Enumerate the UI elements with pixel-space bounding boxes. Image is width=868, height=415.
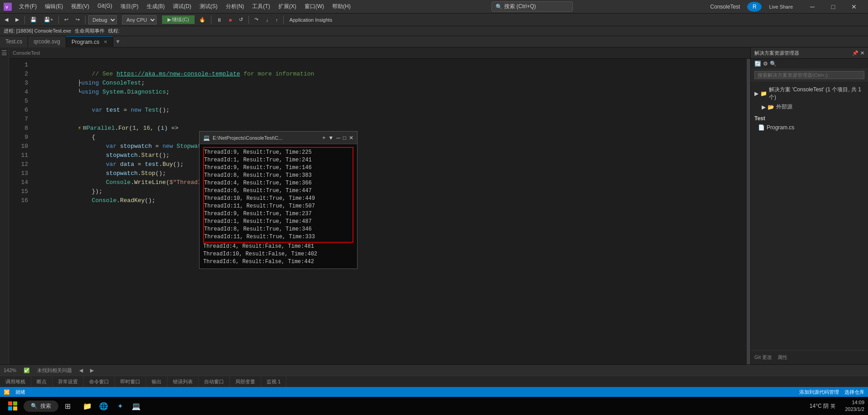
line-label: 线程:	[108, 28, 119, 34]
bottom-tabs-bar: 调用堆栈 断点 异常设置 命令窗口 即时窗口 输出 错误列表 自动窗口 局部变量…	[0, 376, 868, 387]
tab-exceptions[interactable]: 异常设置	[52, 376, 84, 387]
console-red-box: ThreadId:9, Result:True, Time:225 Thread…	[203, 147, 353, 243]
editor-body[interactable]: 1234 5678 9101112 13141516 // See https:…	[9, 59, 750, 364]
taskbar-app-3[interactable]: ✦	[113, 399, 127, 413]
toolbar-saveall-btn[interactable]: 💾+	[41, 16, 56, 24]
no-issues-text: 未找到相关问题	[37, 367, 72, 374]
editor-scrollbar[interactable]	[747, 59, 750, 364]
maximize-btn[interactable]: □	[823, 0, 844, 14]
toolbar-back-btn[interactable]: ◀	[2, 16, 11, 24]
taskbar-app-4[interactable]: 💻	[129, 399, 143, 413]
menu-test[interactable]: 测试(S)	[196, 2, 221, 11]
tray-lang[interactable]: 英	[830, 403, 835, 410]
console-dropdown-btn[interactable]: ▼	[328, 135, 334, 141]
tab-command[interactable]: 命令窗口	[84, 376, 115, 387]
start-button[interactable]	[4, 399, 22, 413]
taskbar-search[interactable]: 🔍 搜索	[24, 401, 58, 412]
git-changes-tab[interactable]: Git 更改	[754, 354, 772, 361]
solution-settings-icon[interactable]: ⚙	[763, 61, 768, 67]
taskbar-task-view[interactable]: ⊞	[60, 399, 75, 413]
solution-sync-icon[interactable]: 🔄	[754, 61, 761, 67]
tab-watch[interactable]: 监视 1	[261, 376, 286, 387]
scroll-right-btn[interactable]: ▶	[90, 368, 94, 373]
toolbar-redo-btn[interactable]: ↪	[73, 16, 82, 24]
toolbar-forward-btn[interactable]: ▶	[13, 16, 22, 24]
console-line-10: ThreadId:1, Result:True, Time:487	[204, 218, 353, 226]
tab-auto[interactable]: 自动窗口	[199, 376, 230, 387]
menu-extensions[interactable]: 扩展(X)	[275, 2, 300, 11]
menu-analyze[interactable]: 分析(N)	[222, 2, 248, 11]
hot-reload-btn[interactable]: 🔥	[196, 16, 208, 24]
clock-time: 14:09	[837, 399, 864, 406]
add-to-source-btn[interactable]: 添加到源代码管理	[799, 389, 839, 396]
search-box[interactable]: 🔍 搜索 (Ctrl+Q)	[491, 1, 573, 12]
user-avatar[interactable]: R	[747, 2, 762, 12]
console-minimize-btn[interactable]: ─	[336, 135, 340, 141]
menu-bar[interactable]: 文件(F) 编辑(E) 视图(V) Git(G) 项目(P) 生成(B) 调试(…	[15, 2, 354, 11]
start-btn[interactable]: ▶ 继续(C)	[162, 15, 194, 24]
tab-test-cs[interactable]: Test.cs	[0, 36, 28, 47]
taskbar-app-2[interactable]: 🌐	[96, 399, 111, 413]
console-close-btn[interactable]: ✕	[349, 135, 353, 141]
tab-errors[interactable]: 错误列表	[167, 376, 199, 387]
tab-program-cs[interactable]: Program.cs ✕	[66, 36, 113, 47]
step-out-btn[interactable]: ↑	[273, 16, 281, 24]
program-cs-item[interactable]: 📄 Program.cs	[754, 123, 864, 132]
editor-tab-bar: Test.cs qrcode.svg Program.cs ✕ ▼	[0, 36, 868, 47]
tab-close-program[interactable]: ✕	[104, 39, 107, 44]
solution-label: 解决方案 'ConsoleTest' (1 个项目, 共 1 个)	[769, 86, 864, 101]
solution-close-btn[interactable]: ✕	[860, 50, 864, 56]
step-into-btn[interactable]: ↓	[263, 16, 271, 24]
menu-project[interactable]: 项目(P)	[117, 2, 142, 11]
sep2	[58, 16, 59, 24]
console-line-2: ThreadId:1, Result:True, Time:241	[204, 156, 353, 164]
restart-btn[interactable]: ↺	[236, 16, 246, 24]
tab-output[interactable]: 输出	[146, 376, 167, 387]
console-maximize-btn[interactable]: □	[343, 135, 346, 141]
debug-mode-dropdown[interactable]: Debug	[88, 15, 117, 24]
minimize-btn[interactable]: ─	[802, 0, 823, 14]
tab-immediate[interactable]: 即时窗口	[115, 376, 146, 387]
code-text[interactable]: // See https://aka.ms/new-console-templa…	[32, 59, 747, 364]
tab-dropdown-btn[interactable]: ▼	[113, 38, 122, 45]
menu-view[interactable]: 视图(V)	[67, 2, 93, 11]
solution-icon: 📁	[760, 90, 767, 97]
tab-call-stack[interactable]: 调用堆栈	[0, 376, 31, 387]
menu-edit[interactable]: 编辑(E)	[41, 2, 67, 11]
close-btn[interactable]: ✕	[844, 0, 864, 14]
tab-locals[interactable]: 局部变量	[230, 376, 261, 387]
pause-btn[interactable]: ⏸	[214, 16, 224, 24]
solution-filter-icon[interactable]: 🔍	[770, 61, 777, 67]
scroll-left-btn[interactable]: ◀	[79, 368, 83, 373]
stop-btn[interactable]: ■	[226, 16, 235, 24]
taskbar-search-label: 搜索	[40, 402, 51, 410]
solution-root[interactable]: ▶ 📁 解决方案 'ConsoleTest' (1 个项目, 共 1 个)	[754, 85, 864, 102]
live-share-btn[interactable]: Live Share	[769, 4, 793, 9]
menu-git[interactable]: Git(G)	[94, 2, 116, 11]
toolbar-save-btn[interactable]: 💾	[28, 16, 39, 24]
tab-qrcode-svg[interactable]: qrcode.svg	[28, 36, 66, 47]
solution-search-input[interactable]	[754, 71, 864, 79]
external-sources-item[interactable]: ▶ 📂 外部源	[754, 102, 864, 112]
tab-breakpoints[interactable]: 断点	[31, 376, 52, 387]
cpu-dropdown[interactable]: Any CPU	[122, 15, 157, 24]
sep4	[211, 16, 211, 24]
menu-window[interactable]: 窗口(W)	[301, 2, 328, 11]
menu-build[interactable]: 生成(B)	[143, 2, 168, 11]
properties-tab[interactable]: 属性	[777, 354, 787, 361]
console-new-tab-btn[interactable]: +	[322, 135, 325, 141]
select-repo-btn[interactable]: 选择仓库	[844, 389, 864, 396]
menu-debug[interactable]: 调试(D)	[169, 2, 195, 11]
solution-pin-btn[interactable]: 📌	[852, 50, 858, 56]
console-normal-2: ThreadId:10, Result:False, Time:402	[203, 250, 353, 258]
toolbar-undo-btn[interactable]: ↩	[62, 16, 71, 24]
menu-file[interactable]: 文件(F)	[15, 2, 40, 11]
taskbar-app-1[interactable]: 📁	[80, 399, 95, 413]
taskbar-search-icon: 🔍	[31, 403, 38, 409]
pinned-apps: 📁 🌐 ✦ 💻	[80, 399, 143, 413]
system-tray: 14°C 阴 英 14:09 2023/1/2	[810, 399, 864, 413]
menu-help[interactable]: 帮助(H)	[329, 2, 354, 11]
menu-tools[interactable]: 工具(T)	[248, 2, 273, 11]
app-insights-btn[interactable]: Application Insights	[286, 16, 335, 24]
step-over-btn[interactable]: ↷	[252, 16, 261, 24]
